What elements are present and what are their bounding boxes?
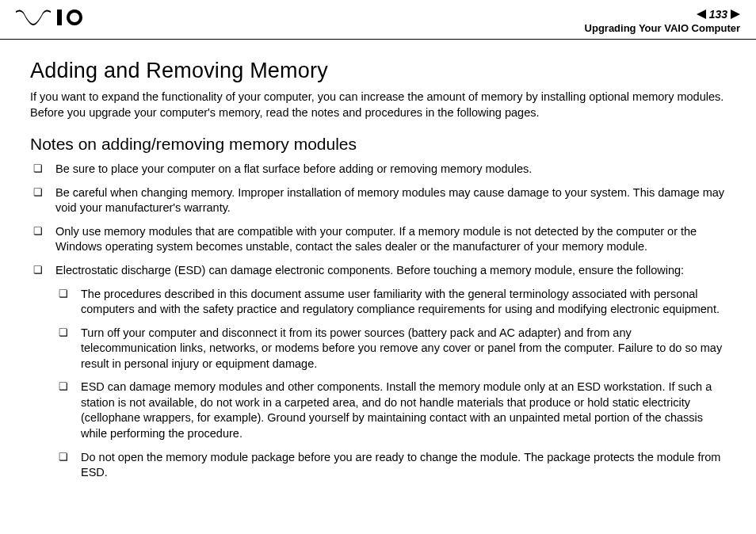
svg-rect-0 [57,10,62,25]
prev-page-arrow-icon[interactable] [697,10,706,19]
section-subtitle: Notes on adding/removing memory modules [30,135,726,154]
page-header: 133 Upgrading Your VAIO Computer [0,0,756,40]
section-name: Upgrading Your VAIO Computer [585,22,740,34]
page-number: 133 [709,8,727,21]
nested-list: The procedures described in this documen… [55,287,726,481]
list-item: Be sure to place your computer on a flat… [30,162,726,177]
page-title: Adding and Removing Memory [30,59,726,83]
list-item-text: Be sure to place your computer on a flat… [55,162,532,175]
page-content: Adding and Removing Memory If you want t… [0,40,756,481]
list-item-text: Be careful when changing memory. Imprope… [55,186,724,215]
list-item: Only use memory modules that are compati… [30,224,726,255]
list-item: Turn off your computer and disconnect it… [55,326,726,372]
page-number-nav: 133 [585,8,740,21]
list-item-text: The procedures described in this documen… [81,288,720,316]
list-item-text: ESD can damage memory modules and other … [81,380,712,440]
document-page: 133 Upgrading Your VAIO Computer Adding … [0,0,756,534]
notes-list: Be sure to place your computer on a flat… [30,162,726,481]
list-item: The procedures described in this documen… [55,287,726,318]
list-item-text: Turn off your computer and disconnect it… [81,326,722,370]
list-item: Electrostatic discharge (ESD) can damage… [30,263,726,481]
list-item: Be careful when changing memory. Imprope… [30,185,726,216]
intro-paragraph: If you want to expand the functionality … [30,90,726,120]
next-page-arrow-icon[interactable] [731,10,740,19]
header-right: 133 Upgrading Your VAIO Computer [585,8,740,34]
list-item-text: Electrostatic discharge (ESD) can damage… [55,264,684,277]
list-item-text: Do not open the memory module package be… [81,451,720,479]
list-item: Do not open the memory module package be… [55,450,726,481]
list-item: ESD can damage memory modules and other … [55,380,726,441]
vaio-logo [16,8,103,27]
list-item-text: Only use memory modules that are compati… [55,225,697,254]
